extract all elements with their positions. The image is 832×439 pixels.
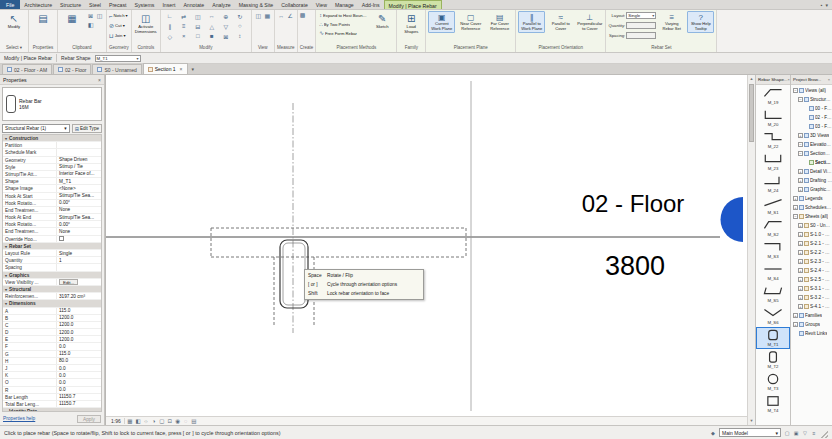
editable-only-icon[interactable]: ▣ [792, 429, 800, 437]
rebar-shape-item-m-t4[interactable]: M_T4 [756, 393, 790, 415]
property-value[interactable]: 3197.20 cm³ [57, 293, 101, 299]
property-value[interactable]: 0.00° [57, 200, 101, 206]
rotate-icon[interactable]: ↻ [233, 11, 247, 21]
design-options-icon[interactable]: ◆ [709, 429, 717, 437]
ribbon-tab-manage[interactable]: Manage [331, 0, 358, 9]
property-value[interactable]: 1200.0 [57, 322, 101, 328]
edit-type-button[interactable]: ⊞ Edit Type [72, 124, 102, 133]
panel-label-geometry[interactable]: Geometry [109, 44, 129, 52]
property-value[interactable]: Stirrup/Tie Sea... [57, 193, 101, 199]
property-value[interactable]: 1200.0 [57, 329, 101, 335]
selection-filter-icon[interactable]: ≡ [810, 429, 818, 437]
rebar-shape-item-m-20[interactable]: M_20 [756, 107, 790, 129]
notch-button[interactable]: ⌐Notch ▾ [109, 11, 128, 20]
rebar-shape-item-m-s1[interactable]: M_S1 [756, 195, 790, 217]
ribbon-tab-steel[interactable]: Steel [85, 0, 105, 9]
activate-dimensions-button[interactable]: ◫ Activate Dimensions [134, 11, 158, 35]
match-type-icon[interactable]: □ [191, 31, 205, 41]
panel-label-rebar-set[interactable]: Rebar Set [608, 44, 714, 52]
edit-button[interactable]: Edit... [59, 279, 78, 285]
property-value[interactable]: 1200.0 [57, 315, 101, 321]
far-cover-reference-button[interactable]: ▤ Far Cover Reference [486, 11, 513, 33]
panel-label-properties[interactable]: Properties [31, 44, 55, 52]
show-help-tooltip-button[interactable]: ? Show Help Tooltip [687, 11, 714, 33]
tree-expand-icon[interactable]: + [798, 133, 803, 138]
tree-expand-icon[interactable]: + [798, 241, 803, 246]
shadows-icon[interactable]: ◑ [150, 417, 158, 425]
property-value[interactable]: 0.0 [57, 372, 101, 378]
rebar-shape-item-m-s4[interactable]: M_S4 [756, 261, 790, 283]
tree-item-02-floor[interactable]: 02 - Floor [791, 113, 832, 122]
ribbon-tab-file[interactable]: File [0, 0, 20, 9]
detail-level-icon[interactable]: ▦ [126, 417, 134, 425]
property-value[interactable]: 0.00° [57, 221, 101, 227]
panel-label-clipboard[interactable]: Clipboard [60, 44, 104, 52]
panel-label-modify[interactable]: Modify [163, 44, 249, 52]
expand-to-host-boundary-button[interactable]: ↕Expand to Host Boundary [318, 11, 368, 19]
property-value[interactable] [57, 264, 101, 270]
tree-expand-icon[interactable]: + [798, 277, 803, 282]
view-tab-s0-unnamed[interactable]: S0 - Unnamed [92, 64, 141, 74]
panel-label-controls[interactable]: Controls [134, 44, 158, 52]
rebar-shape-item-m-23[interactable]: M_23 [756, 151, 790, 173]
override-checkbox[interactable] [59, 236, 64, 241]
split-icon[interactable]: ⊟ [191, 21, 205, 31]
tree-item-s0-unnam[interactable]: +S0 - Unnam... [791, 221, 832, 230]
parallel-to-cover-button[interactable]: ≈ Parallel to Cover [547, 11, 574, 33]
property-value[interactable]: 11150.7 [57, 401, 101, 407]
view-tool-icon[interactable]: ◫ [254, 11, 263, 20]
property-value[interactable]: 80.0 [57, 358, 101, 364]
create-tool-icon[interactable]: ▩ [300, 11, 306, 18]
perpendicular-to-cover-button[interactable]: ⊥ Perpendicular to Cover [576, 11, 603, 33]
near-cover-reference-button[interactable]: ▢ Near Cover Reference [457, 11, 484, 33]
show-crop-region-icon[interactable]: ⊡ [166, 417, 174, 425]
tree-expand-icon[interactable]: + [798, 304, 803, 309]
tree-expand-icon[interactable]: + [793, 196, 798, 201]
properties-help-link[interactable]: Properties help [3, 416, 35, 421]
property-value[interactable]: M_T1 [57, 178, 101, 184]
panel-label-measure[interactable]: Measure [277, 44, 295, 52]
tree-item-s-3-1-ele[interactable]: +S-3.1 - Ele... [791, 284, 832, 293]
drawing-area[interactable]: 02 - Floor 3800 SpaceRotate / Flip [ or … [105, 75, 747, 425]
property-value[interactable]: Edit... [57, 279, 101, 285]
cut-button[interactable]: ⊘Cut ▾ [109, 21, 128, 30]
view-scale-button[interactable]: 1:96 [108, 418, 125, 424]
close-project-browser-icon[interactable]: × [828, 77, 830, 82]
align-icon[interactable]: ∟ [163, 11, 177, 21]
tree-item-revit-links[interactable]: Revit Links [791, 329, 832, 338]
tree-item-families[interactable]: +Families [791, 311, 832, 320]
visual-style-icon[interactable]: ◧ [134, 417, 142, 425]
ribbon-tab-insert[interactable]: Insert [158, 0, 179, 9]
angle-measure-icon[interactable]: ∠ [286, 11, 295, 20]
panel-label-placement-plane[interactable]: Placement Plane [428, 44, 513, 52]
parallel-to-work-plane-button[interactable]: ∥ Parallel to Work Plane [518, 11, 545, 33]
tree-item-03-floor[interactable]: 03 - Floor [791, 122, 832, 131]
tree-item-s-3-2-ele[interactable]: +S-3.2 - Ele... [791, 293, 832, 302]
match-type-icon[interactable]: ◧ [86, 20, 95, 29]
crop-view-icon[interactable]: ▢ [158, 417, 166, 425]
property-value[interactable]: Stirrup/Tie Sea... [57, 214, 101, 220]
property-value[interactable]: Single [57, 250, 101, 256]
rebar-shape-item-m-19[interactable]: M_19 [756, 85, 790, 107]
ribbon-pin-icon[interactable]: ▪ [821, 2, 823, 8]
tree-expand-icon[interactable]: + [798, 223, 803, 228]
property-value[interactable]: 1200.0 [57, 336, 101, 342]
tree-expand-icon[interactable]: + [798, 286, 803, 291]
scroll-up-icon[interactable]: ▲ [750, 75, 754, 83]
tree-expand-icon[interactable]: − [798, 142, 803, 147]
tree-item-3d-views[interactable]: +3D Views [791, 131, 832, 140]
tree-item-groups[interactable]: +Groups [791, 320, 832, 329]
tree-expand-icon[interactable]: − [798, 151, 803, 156]
paint-icon[interactable]: ■ [205, 31, 219, 41]
design-options-select[interactable]: Main Model ▾ [719, 428, 781, 437]
property-value[interactable]: Shape Driven [57, 157, 101, 163]
rebar-shape-item-m-s6[interactable]: M_S6 [756, 305, 790, 327]
join-geometry-icon[interactable]: ⊠ [219, 31, 233, 41]
temporary-hide-isolate-icon[interactable]: ◉ [174, 417, 182, 425]
free-form-rebar-button[interactable]: ∿Free Form Rebar [318, 29, 368, 37]
property-group-dimensions[interactable]: ▾Dimensions [3, 300, 101, 307]
temporary-view-properties-icon[interactable]: ▤ [190, 417, 198, 425]
property-value[interactable]: 1 [57, 257, 101, 263]
measure-icon[interactable]: ↔ [277, 11, 286, 20]
rebar-shape-item-m-s3[interactable]: M_S3 [756, 239, 790, 261]
